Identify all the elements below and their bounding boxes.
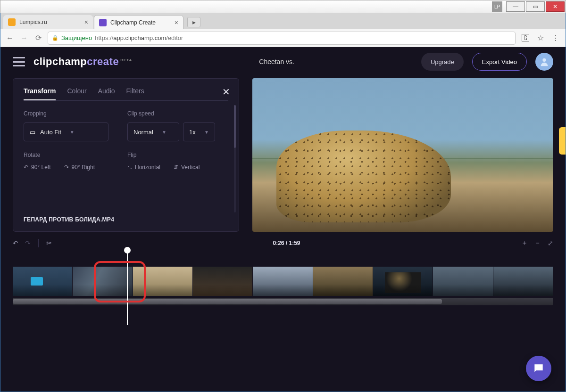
clip-thumbnail <box>313 267 373 296</box>
tab-title: Lumpics.ru <box>19 19 47 25</box>
url-path: /editor <box>166 34 183 41</box>
url-scheme: https:// <box>95 34 113 41</box>
video-preview[interactable] <box>252 78 553 232</box>
chevron-down-icon: ▼ <box>162 130 166 135</box>
rotate-label: Rotate <box>24 152 108 158</box>
panel-row-rotate-flip: Rotate ↶90° Left ↷90° Right Flip ⇋Horizo… <box>24 152 228 171</box>
new-tab-button[interactable]: ▸ <box>187 17 200 27</box>
timeline-toolbar: ↶ ↷ ✂ 0:26 / 1:59 ＋ － ⤢ <box>0 236 566 251</box>
tab-audio[interactable]: Audio <box>98 87 115 100</box>
rotate-left-button[interactable]: ↶90° Left <box>24 164 51 171</box>
logo-part1: clipchamp <box>33 56 87 67</box>
tab-filters[interactable]: Filters <box>126 87 144 100</box>
playhead-line[interactable] <box>127 253 128 325</box>
chevron-down-icon: ▼ <box>204 130 209 135</box>
secure-label: Защищено <box>61 34 92 41</box>
redo-button: ↷ <box>25 239 31 247</box>
flip-horizontal-icon: ⇋ <box>127 164 132 171</box>
zoom-fit-button[interactable]: ⤢ <box>548 239 553 247</box>
bookmark-icon[interactable]: ☆ <box>535 33 546 43</box>
menu-icon[interactable]: ⋮ <box>550 33 561 43</box>
url-host: app.clipchamp.com <box>113 34 166 41</box>
address-bar[interactable]: 🔒 Защищено https:// app.clipchamp.com /e… <box>48 32 516 45</box>
translate-icon[interactable]: 🄶 <box>520 33 531 43</box>
lock-icon: 🔒 <box>52 35 58 41</box>
flip-vertical-button[interactable]: ⇵Vertical <box>174 164 200 171</box>
chevron-down-icon: ▼ <box>70 130 75 135</box>
zoom-out-button[interactable]: － <box>534 239 541 247</box>
clip-thumbnail <box>133 267 193 296</box>
upgrade-button[interactable]: Upgrade <box>421 53 464 71</box>
user-avatar[interactable] <box>535 53 553 71</box>
clipspeed-label: Clip speed <box>127 110 215 117</box>
browser-toolbar: ← → ⟳ 🔒 Защищено https:// app.clipchamp.… <box>0 29 566 47</box>
rotate-right-text: 90° Right <box>72 164 95 171</box>
clipchamp-app: clipchampcreateBETA Cheetan vs. Upgrade … <box>0 47 566 392</box>
scrollbar-thumb[interactable] <box>234 105 236 148</box>
undo-button[interactable]: ↶ <box>13 239 18 247</box>
preview-subject <box>276 131 451 223</box>
editor-midsection: ✕ Transform Colour Audio Filters Croppin… <box>0 76 566 232</box>
side-sticker <box>559 127 566 155</box>
panel-close-button[interactable]: ✕ <box>222 86 230 98</box>
clip-thumbnail <box>373 267 433 296</box>
person-icon <box>539 57 549 67</box>
flip-v-text: Vertical <box>181 164 200 171</box>
browser-frame: Lumpics.ru × Clipchamp Create × ▸ ← → ⟳ … <box>0 13 566 392</box>
export-video-button[interactable]: Export Video <box>472 53 527 71</box>
browser-tab-lumpics[interactable]: Lumpics.ru × <box>3 15 93 29</box>
tab-colour[interactable]: Colour <box>67 87 86 100</box>
window-close-button[interactable]: ✕ <box>546 1 565 12</box>
tab-close-icon[interactable]: × <box>175 19 178 26</box>
rotate-right-button[interactable]: ↷90° Right <box>64 164 95 171</box>
app-topbar: clipchampcreateBETA Cheetan vs. Upgrade … <box>0 47 566 76</box>
tab-close-icon[interactable]: × <box>84 18 88 26</box>
clipspeed-mult-value: 1x <box>189 129 196 136</box>
autofit-icon: ▭ <box>30 129 35 136</box>
clip-thumbnail <box>193 267 253 296</box>
flip-vertical-icon: ⇵ <box>174 164 178 171</box>
timeline-scroll-thumb[interactable] <box>13 299 442 304</box>
window-minimize-button[interactable]: — <box>506 1 525 12</box>
clip-thumbnail <box>13 267 73 296</box>
clip-thumbnail <box>433 267 493 296</box>
toolbar-separator <box>38 239 39 247</box>
support-chat-button[interactable] <box>526 356 551 381</box>
clipspeed-multiplier-select[interactable]: 1x ▼ <box>183 122 215 141</box>
rotate-right-icon: ↷ <box>64 164 69 171</box>
cropping-value: Auto Fit <box>40 129 61 136</box>
cropping-select[interactable]: ▭ Auto Fit ▼ <box>24 122 108 141</box>
clip-thumbnail <box>493 267 553 296</box>
panel-scrollbar[interactable] <box>234 105 236 212</box>
timeline-time: 0:26 / 1:59 <box>58 240 515 246</box>
timeline[interactable] <box>0 251 566 321</box>
clip-filename: ГЕПАРД ПРОТИВ БОЛИДА.MP4 <box>24 216 228 223</box>
clipspeed-value: Normal <box>133 129 153 136</box>
browser-tabstrip: Lumpics.ru × Clipchamp Create × ▸ <box>0 13 566 29</box>
reload-button[interactable]: ⟳ <box>33 33 43 43</box>
clipspeed-select[interactable]: Normal ▼ <box>127 122 179 141</box>
split-clip-button[interactable]: ✂ <box>46 239 52 247</box>
flip-label: Flip <box>127 152 200 158</box>
project-title[interactable]: Cheetan vs. <box>141 58 413 65</box>
timeline-clip[interactable] <box>13 267 553 296</box>
cropping-label: Cropping <box>24 110 108 117</box>
chat-icon <box>533 362 545 375</box>
flip-horizontal-button[interactable]: ⇋Horizontal <box>127 164 160 171</box>
properties-panel: ✕ Transform Colour Audio Filters Croppin… <box>13 78 239 232</box>
window-maximize-button[interactable]: ▭ <box>526 1 545 12</box>
clip-thumbnail <box>253 267 313 296</box>
zoom-in-button[interactable]: ＋ <box>521 239 528 247</box>
rotate-left-text: 90° Left <box>31 164 51 171</box>
back-button[interactable]: ← <box>5 33 15 43</box>
logo-badge: BETA <box>120 58 132 62</box>
logo-part2: create <box>87 56 119 67</box>
flip-h-text: Horizontal <box>135 164 160 171</box>
browser-tab-clipchamp[interactable]: Clipchamp Create × <box>94 15 183 29</box>
tab-transform[interactable]: Transform <box>24 87 56 100</box>
menu-button[interactable] <box>13 57 25 66</box>
forward-button: → <box>19 33 29 43</box>
svg-point-0 <box>542 58 546 62</box>
tab-title: Clipchamp Create <box>110 19 156 26</box>
panel-tabs: Transform Colour Audio Filters <box>24 87 228 101</box>
